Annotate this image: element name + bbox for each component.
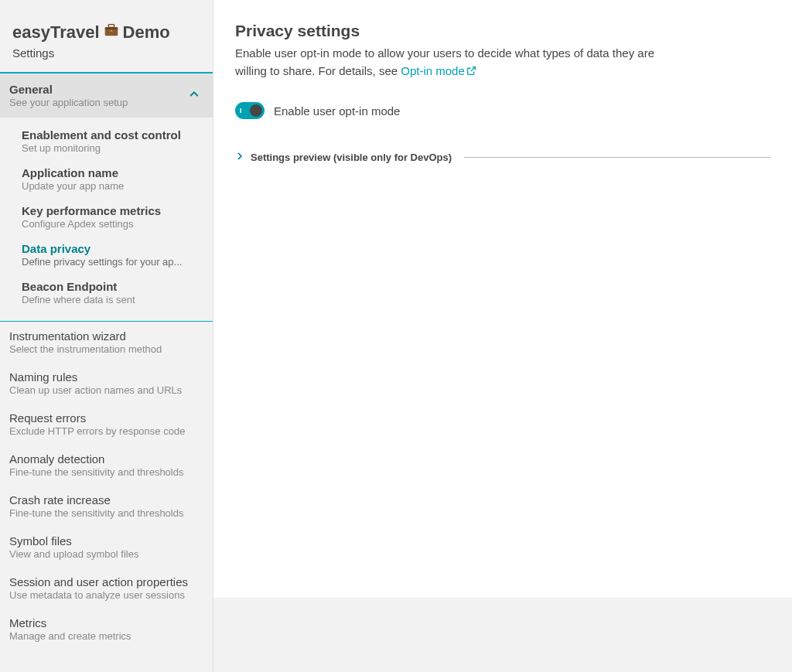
nav-item-metrics[interactable]: Metrics Manage and create metrics: [0, 609, 213, 650]
item-desc: Fine-tune the sensitivity and thresholds: [9, 507, 200, 519]
nav-item-naming-rules[interactable]: Naming rules Clean up user action names …: [0, 363, 213, 404]
item-desc: Exclude HTTP errors by response code: [9, 425, 200, 437]
subnav-item-beacon[interactable]: Beacon Endpoint Define where data is sen…: [0, 274, 213, 312]
item-title: Enablement and cost control: [22, 128, 200, 142]
chevron-up-icon: [188, 88, 200, 104]
item-desc: Clean up user action names and URLs: [9, 384, 200, 396]
app-title: easyTravel Demo: [12, 22, 200, 43]
app-subtitle: Settings: [12, 46, 200, 60]
opt-in-toggle[interactable]: I: [235, 102, 265, 119]
item-desc: Define where data is sent: [22, 294, 200, 305]
item-desc: Select the instrumentation method: [9, 343, 200, 355]
nav-item-session-properties[interactable]: Session and user action properties Use m…: [0, 568, 213, 609]
settings-preview-row: Settings preview (visible only for DevOp…: [235, 150, 770, 164]
svg-rect-2: [108, 25, 114, 28]
page-description: Enable user opt-in mode to allow your us…: [235, 45, 676, 80]
briefcase-icon: [103, 22, 120, 43]
item-desc: Update your app name: [22, 180, 200, 192]
item-desc: Configure Apdex settings: [22, 218, 200, 230]
nav-item-anomaly-detection[interactable]: Anomaly detection Fine-tune the sensitiv…: [0, 445, 213, 486]
section-title: General: [9, 83, 128, 96]
item-title: Application name: [22, 166, 200, 179]
general-subnav: Enablement and cost control Set up monit…: [0, 118, 213, 321]
toggle-label: Enable user opt-in mode: [274, 104, 400, 118]
app-title-part2: Demo: [123, 22, 170, 43]
sidebar-header: easyTravel Demo Settings: [0, 0, 213, 72]
item-desc: Define privacy settings for your ap...: [22, 256, 200, 268]
item-title: Session and user action properties: [9, 575, 200, 588]
subnav-item-key-performance[interactable]: Key performance metrics Configure Apdex …: [0, 198, 213, 236]
item-title: Request errors: [9, 411, 200, 425]
opt-in-mode-link[interactable]: Opt-in mode: [401, 64, 476, 77]
toggle-on-indicator: I: [240, 107, 242, 114]
divider-line: [464, 157, 770, 158]
nav-item-crash-rate[interactable]: Crash rate increase Fine-tune the sensit…: [0, 486, 213, 527]
item-desc: Fine-tune the sensitivity and thresholds: [9, 466, 200, 478]
nav-item-symbol-files[interactable]: Symbol files View and upload symbol file…: [0, 527, 213, 568]
toggle-knob: [250, 104, 262, 117]
main-content: Privacy settings Enable user opt-in mode…: [213, 0, 792, 598]
sidebar: easyTravel Demo Settings General See you…: [0, 0, 213, 672]
item-title: Crash rate increase: [9, 493, 200, 507]
item-title: Anomaly detection: [9, 452, 200, 466]
section-desc: See your application setup: [9, 97, 128, 108]
item-desc: Set up monitoring: [22, 142, 200, 154]
opt-in-toggle-row: I Enable user opt-in mode: [235, 102, 770, 119]
subnav-item-enablement[interactable]: Enablement and cost control Set up monit…: [0, 122, 213, 160]
svg-rect-3: [110, 30, 112, 32]
page-title: Privacy settings: [235, 22, 770, 40]
item-desc: Use metadata to analyze user sessions: [9, 589, 200, 601]
item-desc: View and upload symbol files: [9, 548, 200, 560]
subnav-item-app-name[interactable]: Application name Update your app name: [0, 160, 213, 198]
app-title-part1: easyTravel: [12, 22, 100, 43]
item-title: Key performance metrics: [22, 204, 200, 217]
item-title: Metrics: [9, 616, 200, 629]
item-title: Naming rules: [9, 370, 200, 384]
item-title: Data privacy: [22, 242, 200, 255]
section-general-header[interactable]: General See your application setup: [0, 73, 213, 118]
nav-item-instrumentation-wizard[interactable]: Instrumentation wizard Select the instru…: [0, 322, 213, 363]
settings-preview-label[interactable]: Settings preview (visible only for DevOp…: [251, 152, 452, 163]
item-title: Beacon Endpoint: [22, 280, 200, 293]
item-desc: Manage and create metrics: [9, 630, 200, 642]
item-title: Symbol files: [9, 534, 200, 547]
item-title: Instrumentation wizard: [9, 329, 200, 343]
external-link-icon: [466, 63, 476, 81]
subnav-item-data-privacy[interactable]: Data privacy Define privacy settings for…: [0, 236, 213, 274]
chevron-right-icon[interactable]: [235, 150, 244, 164]
link-text: Opt-in mode: [401, 64, 465, 77]
nav-item-request-errors[interactable]: Request errors Exclude HTTP errors by re…: [0, 404, 213, 445]
